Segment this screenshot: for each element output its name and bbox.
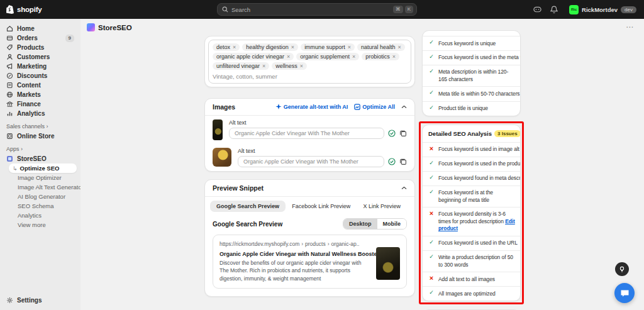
tags-input-box[interactable]: detox× healthy digestion× immune support…	[208, 40, 411, 84]
remove-tag-icon[interactable]: ×	[392, 53, 396, 60]
remove-tag-icon[interactable]: ×	[262, 63, 265, 69]
finance-icon	[6, 101, 13, 108]
tab-x-link-preview[interactable]: X Link Preview	[357, 201, 407, 212]
account-menu[interactable]: Ric RickMortdev dev	[567, 4, 639, 16]
logo-wordmark: shopify	[17, 6, 42, 13]
tag-pill: healthy digestion×	[242, 43, 298, 51]
sidebar-item-customers[interactable]: Customers	[0, 52, 80, 62]
optimize-all-icon	[354, 104, 360, 110]
analysis-item: ✓ All Images are optimized	[423, 287, 520, 301]
x-icon: ×	[428, 211, 435, 217]
sidebar-item-orders[interactable]: Orders 9	[0, 33, 80, 43]
sidebar-item-online-store[interactable]: Online Store	[0, 131, 80, 141]
apps-heading[interactable]: Apps ›	[0, 141, 80, 154]
notifications-bell-icon[interactable]	[550, 6, 558, 14]
device-desktop-button[interactable]: Desktop	[343, 219, 377, 229]
collapse-chevron-up-icon[interactable]	[401, 186, 407, 190]
detailed-seo-analysis-card: Detailed SEO Analysis 3 Issues × Focus k…	[422, 125, 521, 302]
sidebar-subitem-image-alt-text-generator[interactable]: Image Alt Text Generator	[0, 182, 80, 192]
x-icon: ×	[428, 275, 435, 282]
sidebar-item-marketing[interactable]: Marketing	[0, 62, 80, 71]
snippet-title[interactable]: Organic Apple Cider Vinegar with Natural…	[219, 251, 370, 257]
discounts-icon	[6, 72, 13, 79]
analytics-icon	[6, 110, 13, 117]
sidebar-subitem-view-more[interactable]: View more	[0, 220, 80, 230]
check-icon: ✓	[428, 240, 435, 246]
checklist-item: ✓ Focus keyword is unique	[423, 36, 520, 50]
tags-input[interactable]	[213, 73, 407, 80]
products-icon	[6, 44, 13, 51]
sidebar-subitem-analytics[interactable]: Analytics	[0, 211, 80, 220]
remove-tag-icon[interactable]: ×	[233, 44, 236, 50]
global-search[interactable]: ⌘ K	[217, 3, 417, 16]
cmd-key: ⌘	[393, 6, 403, 13]
remove-tag-icon[interactable]: ×	[300, 63, 303, 69]
image-alt-row: Alt text	[205, 116, 414, 144]
checklist-item: ✓ Focus keyword is used in the meta titl…	[423, 51, 520, 65]
copy-icon[interactable]	[399, 158, 407, 165]
remove-tag-icon[interactable]: ×	[348, 44, 351, 50]
alt-text-input[interactable]	[238, 156, 384, 167]
sidebar-item-settings[interactable]: Settings	[0, 296, 80, 305]
alt-approved-check-icon[interactable]	[388, 130, 396, 137]
sidebar-item-markets[interactable]: Markets	[0, 90, 80, 99]
sidebar-item-finance[interactable]: Finance	[0, 99, 80, 109]
tag-pill: organic apple cider vinegar×	[213, 53, 294, 60]
images-card-title: Images	[213, 103, 235, 111]
image-alt-row: Alt text	[205, 144, 414, 171]
sidebar-subitem-image-optimizer[interactable]: Image Optimizer	[0, 173, 80, 182]
customers-icon	[6, 53, 13, 60]
markets-icon	[6, 91, 13, 98]
google-search-snippet: https://rickmortdev.myshopify.com›produc…	[213, 235, 407, 289]
chat-bubble-icon	[620, 289, 630, 297]
shopify-logo[interactable]: shopify	[6, 5, 42, 14]
tag-pill: wellness×	[272, 62, 307, 70]
settings-gear-icon	[6, 297, 13, 304]
sidebar-item-analytics[interactable]: Analytics	[0, 109, 80, 118]
tab-google-search-preview[interactable]: Google Search Preview	[210, 201, 286, 212]
sales-channels-heading[interactable]: Sales channels ›	[0, 118, 80, 131]
page-title: StoreSEO	[98, 24, 132, 31]
sidebar-item-discounts[interactable]: Discounts	[0, 71, 80, 80]
tag-pill: detox×	[213, 43, 240, 51]
remove-tag-icon[interactable]: ×	[397, 44, 401, 50]
collapse-chevron-up-icon[interactable]	[401, 105, 407, 109]
sidebar-item-content[interactable]: Content	[0, 80, 80, 90]
content-icon	[6, 82, 13, 89]
check-icon: ✓	[428, 69, 435, 75]
sidebar-subitem-optimize-seo[interactable]: ↳ Optimize SEO	[9, 163, 77, 173]
assistant-button[interactable]	[615, 262, 629, 276]
overflow-menu-icon[interactable]: ⋯	[626, 23, 634, 31]
sidebar-item-home[interactable]: Home	[0, 24, 80, 33]
orders-icon	[6, 35, 13, 42]
lightbulb-icon	[619, 266, 625, 272]
alt-approved-check-icon[interactable]	[388, 158, 396, 165]
remove-tag-icon[interactable]: ×	[352, 53, 355, 60]
search-input[interactable]	[231, 6, 391, 13]
checklist-item: ✓ Meta description is within 120-165 cha…	[423, 65, 520, 86]
x-icon: ×	[428, 146, 435, 152]
generate-alt-text-link[interactable]: Generate alt-text with AI	[275, 104, 348, 110]
snippet-description: Discover the benefits of our organic app…	[219, 259, 370, 282]
tab-facebook-link-preview[interactable]: Facebook Link Preview	[286, 201, 357, 212]
sidebar-subitem-ai-blog-generator[interactable]: AI Blog Generator	[0, 192, 80, 201]
device-toggle: Desktop Mobile	[343, 218, 407, 230]
chat-launcher-button[interactable]	[614, 283, 635, 303]
help-icon[interactable]	[533, 6, 541, 14]
copy-icon[interactable]	[399, 130, 407, 137]
sidebar-subitem-seo-schema[interactable]: SEO Schema	[0, 201, 80, 211]
device-mobile-button[interactable]: Mobile	[377, 219, 407, 229]
remove-tag-icon[interactable]: ×	[287, 53, 290, 60]
alt-text-input[interactable]	[229, 128, 384, 139]
analysis-item: ✓ Focus keyword is used in the URL	[423, 236, 520, 250]
check-icon: ✓	[428, 160, 435, 167]
sidebar-item-storeseo[interactable]: StoreSEO	[0, 154, 80, 163]
remove-tag-icon[interactable]: ×	[291, 44, 294, 50]
crumb-chevron-icon: ›	[301, 241, 303, 247]
preview-card-title: Preview Snippet	[213, 184, 264, 192]
check-icon: ✓	[428, 105, 435, 111]
analysis-item: ✓ Focus keyword is at the beginning of m…	[423, 186, 520, 207]
optimize-all-link[interactable]: Optimize All	[354, 104, 395, 110]
tags-card: detox× healthy digestion× immune support…	[204, 36, 415, 87]
sidebar-item-products[interactable]: Products	[0, 43, 80, 52]
